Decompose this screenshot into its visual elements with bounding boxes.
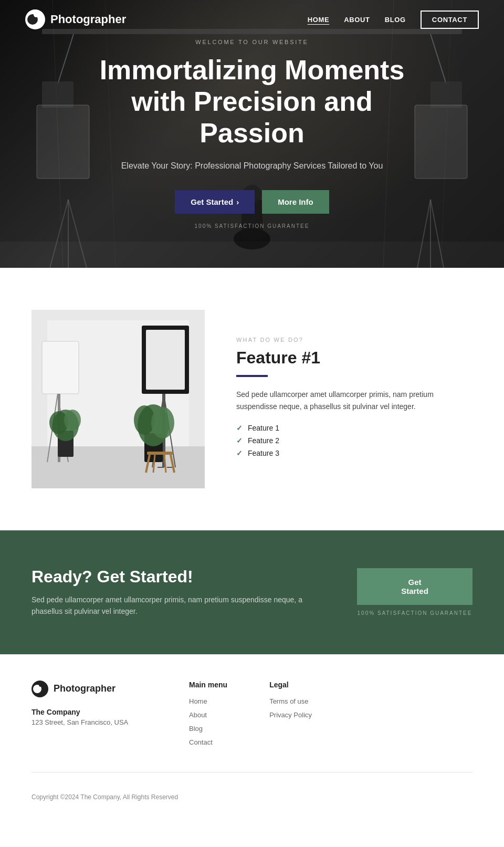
feature-description: Sed pede ullamcorper amet ullamcorper pr… <box>236 389 472 412</box>
footer-legal-terms: Terms of use <box>269 696 312 706</box>
nav-home[interactable]: HOME <box>308 16 330 24</box>
footer-menu-contact-link[interactable]: Contact <box>189 738 213 746</box>
footer-main-menu-list: Home About Blog Contact <box>189 696 227 747</box>
cta-inner: Ready? Get Started! Sed pede ullamcorper… <box>32 567 472 618</box>
footer-main-menu-title: Main menu <box>189 681 227 689</box>
footer-menu-home-link[interactable]: Home <box>189 697 207 705</box>
get-started-button[interactable]: Get Started › <box>175 190 255 214</box>
hero-title: Immortalizing Moments with Precision and… <box>84 55 420 149</box>
footer-divider <box>32 772 472 772</box>
logo-icon <box>25 9 45 29</box>
hero-content: WELCOME TO OUR WEBSITE Immortalizing Mom… <box>74 39 430 228</box>
cta-title: Ready? Get Started! <box>32 567 304 587</box>
hero-section: WELCOME TO OUR WEBSITE Immortalizing Mom… <box>0 0 504 268</box>
footer-company-name: The Company <box>32 708 147 716</box>
features-section: WHAT DO WE DO? Feature #1 Sed pede ullam… <box>0 268 504 530</box>
svg-point-38 <box>64 410 81 431</box>
footer-main-menu: Main menu Home About Blog Contact <box>189 681 227 751</box>
footer-legal-list: Terms of use Privacy Policy <box>269 696 312 719</box>
footer-legal-privacy: Privacy Policy <box>269 710 312 719</box>
footer-logo-text: Photographer <box>54 683 116 694</box>
footer-top: Photographer The Company 123 Street, San… <box>32 681 472 772</box>
hero-welcome-text: WELCOME TO OUR WEBSITE <box>84 39 420 45</box>
footer-menu-contact: Contact <box>189 737 227 747</box>
nav-blog[interactable]: BLOG <box>385 16 406 24</box>
check-icon-3: ✓ <box>236 449 243 457</box>
cta-get-started-button[interactable]: Get Started <box>357 568 472 605</box>
feature-text-block: WHAT DO WE DO? Feature #1 Sed pede ullam… <box>236 337 472 462</box>
footer-legal-title: Legal <box>269 681 312 689</box>
feature-item-1: ✓ Feature 1 <box>236 424 472 432</box>
svg-rect-43 <box>147 452 173 455</box>
check-icon-2: ✓ <box>236 436 243 445</box>
footer-copyright: Copyright ©2024 The Company, All Rights … <box>32 793 472 801</box>
footer-privacy-link[interactable]: Privacy Policy <box>269 711 312 719</box>
hero-subtitle: Elevate Your Story: Professional Photogr… <box>84 160 420 172</box>
feature-item-2: ✓ Feature 2 <box>236 436 472 445</box>
cta-right: Get Started 100% SATISFACTION GUARANTEE <box>357 568 472 616</box>
nav-about[interactable]: ABOUT <box>344 16 370 24</box>
svg-point-42 <box>151 407 174 438</box>
footer-logo: Photographer <box>32 681 147 697</box>
cta-guarantee-text: 100% SATISFACTION GUARANTEE <box>357 610 472 616</box>
logo-text: Photographer <box>50 13 126 26</box>
footer: Photographer The Company 123 Street, San… <box>0 654 504 811</box>
hero-guarantee-text: 100% SATISFACTION GUARANTEE <box>84 223 420 229</box>
feature-what-label: WHAT DO WE DO? <box>236 337 472 343</box>
hero-buttons: Get Started › More Info <box>84 190 420 214</box>
footer-menu-home: Home <box>189 696 227 706</box>
feature-image <box>32 310 205 488</box>
footer-menu-about: About <box>189 710 227 719</box>
footer-menu-blog-link[interactable]: Blog <box>189 725 203 733</box>
footer-menu-blog: Blog <box>189 724 227 733</box>
check-icon-1: ✓ <box>236 424 243 432</box>
footer-terms-link[interactable]: Terms of use <box>269 697 308 705</box>
footer-brand: Photographer The Company 123 Street, San… <box>32 681 147 751</box>
feature-studio-svg <box>32 310 205 488</box>
footer-menu-about-link[interactable]: About <box>189 711 207 719</box>
cta-left: Ready? Get Started! Sed pede ullamcorper… <box>32 567 304 618</box>
cta-description: Sed pede ullamcorper amet ullamcorper pr… <box>32 594 304 618</box>
feature-divider <box>236 375 268 377</box>
navbar: Photographer HOME ABOUT BLOG CONTACT <box>0 0 504 39</box>
footer-address: 123 Street, San Francisco, USA <box>32 718 147 726</box>
footer-logo-icon <box>32 681 48 697</box>
nav-links: HOME ABOUT BLOG CONTACT <box>308 11 479 29</box>
arrow-right-icon: › <box>236 197 239 206</box>
footer-legal-menu: Legal Terms of use Privacy Policy <box>269 681 312 751</box>
svg-rect-31 <box>42 341 79 394</box>
feature-list: ✓ Feature 1 ✓ Feature 2 ✓ Feature 3 <box>236 424 472 457</box>
feature-item-3: ✓ Feature 3 <box>236 449 472 457</box>
site-logo[interactable]: Photographer <box>25 9 126 29</box>
feature-title: Feature #1 <box>236 348 472 368</box>
more-info-button[interactable]: More Info <box>262 190 329 214</box>
svg-rect-25 <box>146 330 185 390</box>
features-inner: WHAT DO WE DO? Feature #1 Sed pede ullam… <box>32 310 472 488</box>
svg-rect-23 <box>32 446 205 488</box>
contact-button[interactable]: CONTACT <box>421 11 479 29</box>
cta-section: Ready? Get Started! Sed pede ullamcorper… <box>0 530 504 654</box>
footer-bottom: Copyright ©2024 The Company, All Rights … <box>32 783 472 811</box>
